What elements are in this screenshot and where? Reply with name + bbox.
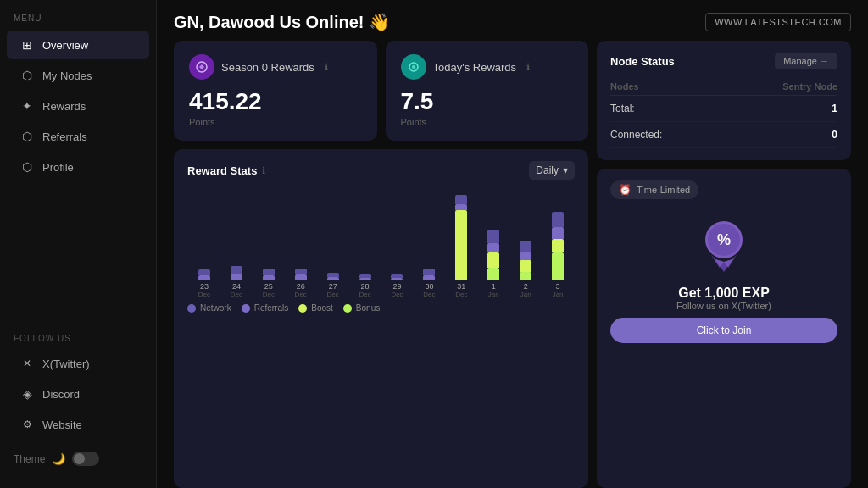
table-row: Total: 1 [610, 96, 837, 122]
exp-badge-image: % [694, 213, 754, 275]
season-rewards-card: Season 0 Rewards ℹ 415.22 Points [174, 41, 377, 141]
exp-subtitle: Follow us on X(Twitter) [676, 301, 771, 311]
sidebar-item-website[interactable]: ⚙ Website [7, 410, 149, 439]
join-btn-label: Click to Join [697, 324, 752, 336]
sidebar-item-profile[interactable]: ⬡ Profile [7, 152, 149, 181]
sidebar-item-discord[interactable]: ◈ Discord [7, 380, 149, 408]
bar-segment [295, 269, 307, 274]
bar-segment [520, 252, 531, 260]
theme-row: Theme 🌙 [0, 443, 156, 474]
legend-boost-dot [298, 304, 307, 313]
chart-legend: Network Referrals Boost Bonus [187, 303, 575, 313]
bar-segment [552, 212, 564, 227]
bar-group [221, 186, 252, 280]
date-label-item: 25Dec [253, 282, 284, 298]
sidebar-item-overview-label: Overview [42, 39, 88, 52]
date-label-item: 26Dec [286, 282, 316, 298]
legend-network: Network [187, 303, 231, 313]
moon-icon: 🌙 [52, 452, 65, 465]
bar-segment [327, 277, 339, 280]
bar-segment [263, 269, 275, 275]
bar-segment [455, 210, 467, 280]
time-limited-label: Time-Limited [637, 185, 690, 195]
join-button[interactable]: Click to Join [610, 318, 837, 343]
chevron-down-icon: ▾ [563, 164, 568, 176]
legend-referrals-dot [242, 304, 250, 313]
cards-row: Season 0 Rewards ℹ 415.22 Points [174, 41, 588, 141]
rewards-icon: ✦ [20, 99, 34, 113]
bar-segment [231, 274, 242, 280]
stats-dropdown-label: Daily [536, 164, 559, 176]
legend-bonus-label: Bonus [356, 303, 380, 313]
sidebar-item-rewards-label: Rewards [42, 100, 86, 113]
date-label-item: 29Dec [382, 282, 413, 298]
theme-toggle[interactable] [72, 452, 99, 466]
bar-segment [520, 241, 531, 252]
overview-icon: ⊞ [20, 38, 34, 52]
legend-network-dot [187, 304, 196, 313]
date-label-item: 2Jan [510, 282, 541, 298]
sidebar-item-profile-label: Profile [42, 161, 74, 174]
sidebar-item-rewards[interactable]: ✦ Rewards [7, 92, 149, 120]
legend-referrals: Referrals [242, 303, 289, 313]
date-label-item: 23Dec [189, 282, 220, 298]
follow-label: FOLLOW US [0, 327, 156, 348]
bars-row [187, 186, 575, 280]
content-area: Season 0 Rewards ℹ 415.22 Points [157, 41, 868, 488]
season-card-header: Season 0 Rewards ℹ [189, 54, 362, 80]
todays-rewards-title: Today's Rewards [433, 61, 517, 74]
stats-title: Reward Stats [187, 164, 257, 177]
bar-group [253, 186, 284, 280]
profile-icon: ⬡ [20, 160, 34, 174]
season-rewards-title: Season 0 Rewards [221, 61, 314, 74]
bar-segment [520, 272, 531, 280]
table-row: Connected: 0 [610, 122, 837, 148]
total-label: Total: [610, 96, 721, 122]
website-icon: ⚙ [20, 418, 34, 431]
header: GN, Dawood Us Online! 👋 WWW.LATESTSTECH.… [157, 0, 868, 41]
season-rewards-info: ℹ [325, 62, 328, 73]
date-label-item: 24Dec [221, 282, 252, 298]
bar-segment [423, 275, 435, 280]
right-column: Node Status Manage → Nodes Sentry Node [597, 41, 851, 488]
sidebar-item-my-nodes[interactable]: ⬡ My Nodes [7, 61, 149, 90]
bar-segment [552, 239, 564, 252]
legend-bonus: Bonus [343, 303, 380, 313]
bar-segment [295, 274, 307, 280]
date-labels-row: 23Dec24Dec25Dec26Dec27Dec28Dec29Dec30Dec… [187, 282, 575, 298]
sidebar-item-my-nodes-label: My Nodes [42, 69, 92, 82]
connected-value: 0 [721, 122, 837, 148]
season-rewards-label: Points [189, 117, 362, 127]
menu-label: MENU [0, 14, 156, 30]
bar-group [446, 186, 476, 280]
todays-card-header: Today's Rewards ℹ [401, 54, 574, 80]
left-column: Season 0 Rewards ℹ 415.22 Points [174, 41, 588, 488]
time-limited-badge: ⏰ Time-Limited [610, 180, 698, 199]
bar-group [189, 186, 220, 280]
date-label-item: 27Dec [318, 282, 348, 298]
date-label-item: 31Dec [446, 282, 476, 298]
nodes-col-header: Nodes [610, 78, 721, 96]
bar-segment [487, 252, 499, 268]
bar-segment [198, 269, 210, 275]
stats-info-icon: ℹ [262, 165, 265, 176]
season-rewards-value: 415.22 [189, 90, 362, 114]
stats-dropdown[interactable]: Daily ▾ [529, 161, 575, 180]
bar-segment [520, 260, 531, 272]
node-status-header: Node Status Manage → [610, 53, 837, 69]
sidebar-item-twitter[interactable]: ✕ X(Twitter) [7, 349, 149, 378]
bar-group [542, 186, 573, 280]
sentry-col-header: Sentry Node [721, 78, 837, 96]
sidebar-item-overview[interactable]: ⊞ Overview [7, 30, 149, 59]
bar-segment [423, 269, 435, 275]
todays-rewards-icon [401, 54, 426, 80]
date-label-item: 30Dec [414, 282, 444, 298]
date-label-item: 3Jan [542, 282, 573, 298]
manage-button[interactable]: Manage → [775, 53, 837, 69]
bar-group [478, 186, 509, 280]
season-rewards-icon [189, 54, 214, 80]
date-label-item: 1Jan [478, 282, 509, 298]
clock-icon: ⏰ [619, 184, 632, 196]
sidebar-item-referrals[interactable]: ⬡ Referrals [7, 122, 149, 151]
todays-rewards-label: Points [401, 117, 574, 127]
